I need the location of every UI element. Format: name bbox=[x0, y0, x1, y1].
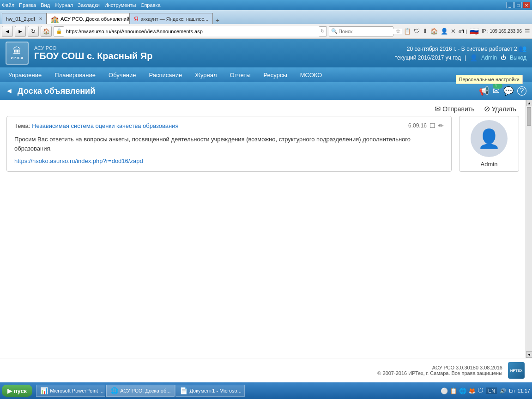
user-nav-icon[interactable]: 👤 bbox=[441, 28, 448, 35]
flag-icon: 🇷🇺 bbox=[470, 27, 479, 36]
taskbar-icon-flame[interactable]: 🦊 bbox=[468, 387, 476, 394]
bookmark-icon[interactable]: 📋 bbox=[404, 28, 411, 35]
app-header-right: 20 сентября 2016 г. - В системе работает… bbox=[395, 45, 526, 61]
chat-icon[interactable]: 💬 bbox=[503, 86, 514, 96]
menu-tools[interactable]: Инструменты bbox=[104, 2, 136, 8]
menu-help[interactable]: Справка bbox=[140, 2, 160, 8]
delete-icon: ⊘ bbox=[484, 104, 490, 113]
announcement-link[interactable]: https://nsoko.asurso.ru/index.php?r=dod1… bbox=[14, 157, 143, 164]
tab-pdf[interactable]: hw_01_2.pdf ✕ bbox=[2, 13, 47, 24]
tab-announcements-label: АСУ РСО. Доска объявлений bbox=[60, 16, 129, 22]
nav-item-education[interactable]: Обучение bbox=[102, 67, 142, 82]
nav-item-journal[interactable]: Журнал bbox=[188, 67, 223, 82]
star-icon[interactable]: ☆ bbox=[395, 28, 401, 35]
mail-icon[interactable]: ✉ 1... bbox=[493, 86, 500, 96]
app-title: ГБОУ СОШ с. Красный Яр bbox=[34, 51, 395, 61]
app-title-block: АСУ РСО ГБОУ СОШ с. Красный Яр bbox=[34, 45, 395, 61]
help-icon[interactable]: ? bbox=[517, 86, 526, 96]
house-nav-icon[interactable]: 🏠 bbox=[430, 28, 438, 35]
tab-yandex-label: аккаунт — Яндекс: нашлос... bbox=[140, 16, 208, 22]
taskbar-icon-browser[interactable]: 🌐 bbox=[459, 387, 466, 394]
announcement-card: Тема: Независимая система оценки качеств… bbox=[6, 116, 452, 172]
taskbar-time: 11:17 bbox=[517, 388, 530, 393]
send-button[interactable]: ✉ Отправить bbox=[435, 104, 474, 113]
taskbar-icon-sound[interactable]: 🔊 bbox=[500, 388, 506, 394]
user-card: 👤 Admin bbox=[459, 116, 519, 172]
header-user-row: текущий 2016/2017 уч.год | 👤 Admin ⏻ Вых… bbox=[395, 54, 526, 61]
user-link[interactable]: Admin bbox=[481, 54, 497, 61]
taskbar-icon-1: 🌐 bbox=[110, 387, 118, 394]
content-main: ✉ Отправить ⊘ Удалить Тема: Независимая … bbox=[0, 100, 526, 358]
start-icon: ▶ bbox=[7, 387, 12, 394]
tab-announcements-favicon: 🏫 bbox=[51, 15, 59, 23]
delete-button[interactable]: ⊘ Удалить bbox=[484, 104, 516, 113]
checkbox-icon[interactable]: ☐ bbox=[429, 122, 435, 129]
nav-item-resources[interactable]: Ресурсы bbox=[257, 67, 294, 82]
taskbar-lang[interactable]: EN bbox=[486, 387, 497, 394]
nav-item-planning[interactable]: Планирование bbox=[48, 67, 102, 82]
page-title: Доска объявлений bbox=[18, 86, 479, 96]
tab-pdf-label: hw_01_2.pdf bbox=[6, 16, 35, 22]
app-logo: 🏛 ИРТЕХ bbox=[6, 42, 29, 65]
taskbar-icon-apps[interactable]: 📋 bbox=[450, 387, 457, 394]
tab-pdf-close[interactable]: ✕ bbox=[39, 16, 42, 21]
logout-button[interactable]: Выход bbox=[510, 54, 526, 61]
search-icon: 🔍 bbox=[331, 28, 338, 34]
nav-item-schedule[interactable]: Расписание bbox=[142, 67, 188, 82]
scroll-up-button[interactable]: ▲ bbox=[526, 100, 532, 106]
menu-bookmarks[interactable]: Закладки bbox=[78, 2, 100, 8]
menu-journal[interactable]: Журнал bbox=[54, 2, 73, 8]
tab-announcements[interactable]: 🏫 АСУ РСО. Доска объявлений ✕ bbox=[47, 13, 130, 24]
menu-edit[interactable]: Правка bbox=[19, 2, 36, 8]
maximize-button[interactable]: □ bbox=[514, 2, 522, 8]
menu-view[interactable]: Вид bbox=[41, 2, 50, 8]
edit-icon[interactable]: ✏ bbox=[438, 122, 444, 129]
tab-yandex[interactable]: Я аккаунт — Яндекс: нашлос... ✕ bbox=[130, 13, 213, 24]
avatar-icon: 👤 bbox=[478, 128, 501, 150]
scrollbar-right[interactable]: ▲ ▼ bbox=[526, 100, 532, 358]
menu-icon[interactable]: ☰ bbox=[525, 28, 530, 35]
scroll-down-button[interactable]: ▼ bbox=[526, 351, 532, 358]
power-icon: ⏻ bbox=[501, 54, 506, 61]
scroll-thumb[interactable] bbox=[527, 107, 531, 126]
megaphone-icon[interactable]: 📢 bbox=[479, 86, 489, 96]
minimize-button[interactable]: _ bbox=[506, 2, 514, 8]
app-nav: Управление Планирование Обучение Расписа… bbox=[0, 67, 532, 82]
taskbar-icon-circle[interactable]: ⚪ bbox=[441, 387, 448, 394]
nav-item-reports[interactable]: Отчеты bbox=[224, 67, 257, 82]
refresh-icon[interactable]: ↻ bbox=[320, 28, 325, 34]
download-icon[interactable]: ⬇ bbox=[423, 28, 428, 35]
x-icon[interactable]: ✕ bbox=[451, 28, 456, 35]
address-bar[interactable] bbox=[63, 26, 320, 36]
taskbar-icon-network[interactable]: En bbox=[509, 388, 514, 393]
taskbar-item-2[interactable]: 📄 Документ1 - Microsо... bbox=[175, 385, 245, 397]
topic-link[interactable]: Независимая система оценки качества обра… bbox=[32, 122, 178, 129]
nav-item-management[interactable]: Управление bbox=[2, 67, 48, 82]
lock-icon: 🔒 bbox=[56, 28, 62, 34]
divider: | bbox=[465, 54, 466, 61]
reload-button[interactable]: ↻ bbox=[28, 26, 39, 37]
user-icon: 👤 bbox=[470, 54, 478, 61]
tab-yandex-favicon: Я bbox=[134, 15, 139, 23]
topic-label: Тема: bbox=[14, 122, 30, 129]
forward-button[interactable]: ► bbox=[15, 26, 26, 37]
title-bar-menus: Файл Правка Вид Журнал Закладки Инструме… bbox=[2, 2, 161, 8]
home-button[interactable]: 🏠 bbox=[41, 26, 52, 37]
close-button[interactable]: ✕ bbox=[523, 2, 530, 8]
back-button[interactable]: ◄ bbox=[2, 26, 13, 37]
main-area: ◄ Доска объявлений 📢 ✉ 1... 💬 ? ✉ Отправ… bbox=[0, 82, 532, 382]
shield-icon[interactable]: 🛡 bbox=[414, 28, 420, 35]
settings-tooltip: Персональные настройки bbox=[456, 75, 523, 84]
logo-icon: 🏛 bbox=[13, 46, 21, 56]
search-input[interactable] bbox=[339, 29, 402, 34]
actions-row: ✉ Отправить ⊘ Удалить bbox=[0, 100, 526, 116]
taskbar-item-0[interactable]: 📊 Microsoft PowerPoint ... bbox=[36, 385, 105, 397]
start-button[interactable]: ▶ пуск bbox=[2, 385, 32, 397]
nav-item-msoko[interactable]: МСОКО bbox=[294, 67, 329, 82]
taskbar-icon-shield[interactable]: 🛡 bbox=[478, 387, 484, 394]
user-avatar: 👤 bbox=[471, 120, 508, 157]
new-tab-button[interactable]: + bbox=[213, 17, 222, 24]
taskbar-item-1[interactable]: 🌐 АСУ РСО. Доска об... bbox=[106, 385, 175, 397]
menu-file[interactable]: Файл bbox=[2, 2, 14, 8]
back-button[interactable]: ◄ bbox=[6, 87, 13, 95]
